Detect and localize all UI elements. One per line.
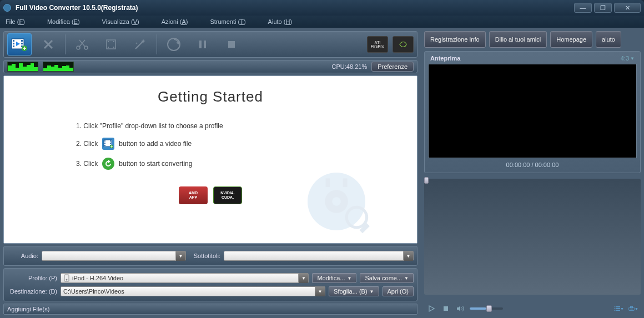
svg-rect-17 [199, 41, 202, 48]
open-button[interactable]: Apri (O) [383, 286, 414, 296]
convert-button[interactable] [162, 33, 186, 55]
tell-friends-button[interactable]: Dillo ai tuoi amici [489, 31, 547, 48]
svg-rect-1 [13, 40, 14, 42]
watermark-icon [300, 165, 373, 238]
preview-title: Anteprima [430, 55, 460, 62]
close-button[interactable]: ✕ [614, 3, 641, 13]
profile-dest-panel: Profilo: (P) iPod - H.264 Video▼ Modific… [3, 268, 417, 301]
svg-rect-41 [616, 306, 620, 307]
svg-rect-18 [204, 41, 206, 48]
svg-rect-14 [113, 41, 114, 42]
save-as-button[interactable]: Salva come...▼ [360, 273, 414, 283]
menu-actions[interactable]: Azioni (A) [162, 18, 188, 25]
menu-tools[interactable]: Strumenti (T) [210, 18, 245, 25]
svg-rect-25 [110, 143, 111, 144]
getting-started-title: Getting Started [21, 88, 400, 105]
svg-point-30 [332, 197, 341, 206]
svg-rect-23 [104, 145, 105, 146]
dest-label: Destinazione: (D) [7, 288, 57, 295]
profile-dropdown[interactable]: iPod - H.264 Video▼ [61, 273, 309, 283]
film-add-icon [102, 138, 114, 150]
subtitle-label: Sottotitoli: [189, 253, 220, 259]
volume-slider[interactable] [470, 307, 503, 310]
player-controls: ▼ ▼ [424, 302, 641, 315]
convert-go-icon [102, 158, 114, 170]
svg-rect-38 [444, 306, 448, 311]
volume-icon[interactable] [455, 304, 465, 314]
svg-point-44 [615, 310, 616, 311]
svg-rect-43 [616, 308, 620, 309]
svg-rect-22 [104, 143, 105, 144]
menu-view[interactable]: Visualizza (V) [102, 18, 139, 25]
effects-button[interactable] [128, 33, 152, 55]
playlist-icon[interactable]: ▼ [614, 304, 624, 314]
svg-rect-24 [110, 140, 111, 142]
svg-rect-19 [228, 41, 235, 48]
svg-point-40 [615, 306, 616, 307]
minimize-button[interactable]: — [574, 3, 592, 13]
svg-rect-32 [343, 178, 348, 187]
browse-button[interactable]: Sfoglia... (B)▼ [329, 286, 379, 296]
profile-label: Profilo: (P) [7, 275, 57, 281]
crop-button[interactable] [99, 33, 123, 55]
maximize-button[interactable]: ❐ [594, 3, 612, 13]
audio-dropdown[interactable]: ▼ [42, 251, 186, 261]
audio-label: Audio: [7, 253, 38, 259]
svg-rect-31 [326, 178, 330, 187]
remove-button[interactable] [36, 33, 61, 55]
content-area: Getting Started 1. Click "Profile" drop-… [3, 75, 417, 244]
preferences-button[interactable]: Preferenze [371, 62, 414, 72]
snapshot-icon[interactable]: ▼ [628, 304, 638, 314]
help-button[interactable]: aiuto [596, 31, 621, 48]
nvidia-logo: NVIDIA. CUDA. [213, 186, 242, 204]
svg-rect-3 [13, 46, 14, 47]
window-title: Full Video Converter 10.5.0(Registrata) [16, 4, 574, 12]
preview-screen [428, 64, 637, 158]
amd-logo: AMD APP [179, 186, 208, 204]
preview-panel: Anteprima 4:3▼ 00:00:00 / 00:00:00 [424, 51, 641, 173]
statusbar-bottom[interactable]: Aggiungi File(s) [3, 304, 417, 315]
cuda-badge [393, 36, 414, 53]
cpu-graph-1 [7, 62, 38, 72]
add-file-button[interactable] [7, 33, 32, 55]
dest-dropdown[interactable]: C:\Users\Pinco\Videos▼ [61, 286, 325, 296]
menu-help[interactable]: Aiuto (H) [268, 18, 292, 25]
menubar: File (F) Modifica (E) Visualizza (V) Azi… [0, 16, 644, 28]
svg-marker-37 [429, 306, 434, 311]
menu-edit[interactable]: Modifica (E) [47, 18, 80, 25]
seek-slider[interactable] [424, 179, 641, 295]
stop-button[interactable] [219, 33, 244, 55]
svg-rect-5 [21, 43, 23, 44]
svg-rect-4 [21, 40, 23, 42]
menu-file[interactable]: File (F) [6, 18, 25, 25]
svg-point-36 [66, 279, 68, 281]
toolbar: ATI FirePro [3, 31, 417, 58]
svg-rect-2 [13, 43, 14, 44]
time-display: 00:00:00 / 00:00:00 [427, 159, 638, 170]
step-2: 2. Click button to add a video file [76, 138, 400, 150]
ati-badge: ATI FirePro [367, 36, 388, 53]
svg-rect-12 [108, 41, 109, 42]
svg-rect-21 [104, 140, 105, 142]
cpu-text: CPU:48.21% [332, 63, 368, 70]
play-button[interactable] [426, 304, 436, 314]
aspect-ratio-dropdown[interactable]: 4:3▼ [621, 55, 635, 62]
app-icon [3, 4, 11, 12]
svg-point-16 [168, 38, 180, 51]
trim-button[interactable] [70, 33, 94, 55]
modify-button[interactable]: Modifica...▼ [312, 273, 356, 283]
svg-marker-39 [457, 306, 460, 311]
step-1: 1. Click "Profile" drop-down list to cho… [76, 122, 400, 130]
svg-point-48 [631, 308, 632, 310]
svg-rect-13 [108, 47, 109, 48]
titlebar: Full Video Converter 10.5.0(Registrata) … [0, 0, 644, 16]
svg-rect-45 [616, 310, 620, 311]
homepage-button[interactable]: Homepage [550, 31, 592, 48]
subtitle-dropdown[interactable]: ▼ [224, 251, 414, 261]
registration-button[interactable]: Registrazione Info [424, 31, 486, 48]
svg-rect-15 [113, 47, 114, 48]
stop-player-button[interactable] [441, 304, 451, 314]
cpu-statusbar: CPU:48.21% Preferenze [3, 60, 417, 73]
pause-button[interactable] [190, 33, 215, 55]
svg-point-42 [615, 308, 616, 309]
